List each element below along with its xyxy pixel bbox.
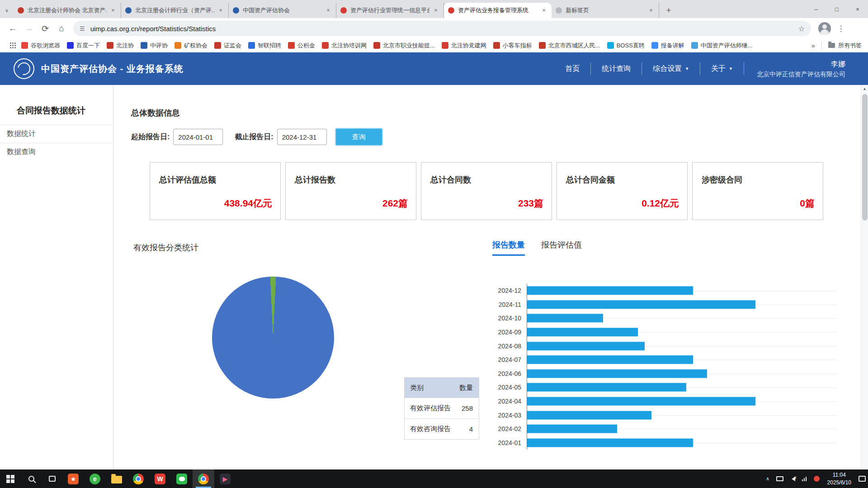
tab-close-icon[interactable]: × — [109, 7, 117, 14]
address-bar[interactable]: ☰ uimp.cas.org.cn/report/Statistics/Stat… — [73, 21, 811, 36]
wps-office-taskbar-icon[interactable]: W — [149, 469, 171, 488]
bookmarks-holder: 谷歌浏览器百度一下北注协中评协矿权协会证监会智联招聘公积金北注协培训网北京市职业… — [21, 42, 760, 50]
scrollbar-up-arrow-icon[interactable]: ▲ — [861, 85, 868, 92]
nav-item-about[interactable]: 关于▼ — [700, 52, 744, 85]
tab-list-chevron-icon[interactable]: ∨ — [0, 3, 14, 18]
sidebar: 合同报告数据统计 数据统计 数据查询 — [0, 85, 113, 469]
bookmark-item[interactable]: 中评协 — [141, 42, 168, 50]
tray-volume-button[interactable] — [786, 469, 798, 488]
forward-icon[interactable]: → — [21, 20, 37, 37]
start-button[interactable] — [0, 469, 21, 488]
action-center-button[interactable] — [856, 469, 868, 488]
bookmark-label: 矿权协会 — [184, 42, 208, 50]
browser-menu-icon[interactable]: ⋮ — [835, 24, 847, 33]
bar-row: 2024-11 — [436, 298, 837, 312]
bookmark-label: 北注协党建网 — [451, 42, 486, 50]
stat-card-value: 0.12亿元 — [642, 197, 679, 210]
app-header: 中国资产评估协会 - 业务报备系统 首页 统计查询 综合设置▼ 关于▼ 李娜 北… — [0, 52, 868, 85]
cas-logo-icon — [14, 58, 34, 79]
nav-item-home[interactable]: 首页 — [554, 52, 590, 85]
tab-report-value[interactable]: 报告评估值 — [541, 239, 582, 256]
taskbar-clock[interactable]: 11:04 2025/6/10 — [823, 471, 856, 487]
tab-close-icon[interactable]: × — [432, 7, 439, 14]
browser-tab[interactable]: 中国资产评估协会× — [229, 3, 336, 18]
all-bookmarks-button[interactable]: 所有书签 — [838, 42, 862, 50]
minimize-button[interactable]: – — [806, 0, 826, 18]
tab-close-icon[interactable]: × — [647, 7, 655, 14]
chrome-active-taskbar-icon[interactable] — [193, 469, 214, 488]
close-button[interactable]: × — [847, 0, 868, 18]
back-icon[interactable]: ← — [5, 20, 21, 37]
tray-display-button[interactable] — [774, 469, 786, 488]
browser-tab[interactable]: 新标签页× — [552, 3, 659, 18]
favorites-app-taskbar-icon[interactable]: ★ — [62, 469, 84, 488]
action-center-icon — [859, 476, 866, 482]
tab-report-count[interactable]: 报告数量 — [492, 239, 525, 256]
browser-tab[interactable]: 资产评估业务报备管理系统× — [444, 3, 552, 18]
apps-grid-icon[interactable] — [10, 42, 11, 44]
bookmark-item[interactable]: 北注协培训网 — [322, 42, 367, 50]
bar-category-label: 2024-01 — [436, 439, 527, 446]
sidebar-item-data-statistics[interactable]: 数据统计 — [0, 125, 113, 143]
start-date-input[interactable] — [173, 129, 223, 145]
browser-toolbar: ← → ⟳ ⌂ ☰ uimp.cas.org.cn/report/Statist… — [0, 18, 868, 39]
bookmark-item[interactable]: 智联招聘 — [248, 42, 281, 50]
chrome-taskbar-icon[interactable] — [127, 469, 149, 488]
scrollbar-thumb[interactable] — [862, 94, 868, 221]
tab-label: 中国资产评估协会 — [243, 6, 322, 14]
green-app-taskbar-icon[interactable]: e — [84, 469, 106, 488]
bookmarks-overflow-icon[interactable]: » — [811, 42, 815, 49]
bookmark-item[interactable]: 公积金 — [288, 42, 315, 50]
bookmark-favicon — [248, 42, 255, 49]
query-button[interactable]: 查询 — [335, 128, 383, 146]
tab-close-icon[interactable]: × — [217, 7, 224, 14]
bookmark-star-icon[interactable]: ☆ — [798, 24, 805, 33]
end-date-input[interactable] — [277, 129, 327, 145]
page-scrollbar[interactable]: ▲ — [861, 85, 868, 469]
tray-network-button[interactable] — [798, 469, 811, 488]
bookmark-item[interactable]: 北京市职业技能提... — [373, 42, 435, 50]
new-tab-button[interactable]: + — [662, 4, 675, 17]
bookmark-item[interactable]: 证监会 — [214, 42, 241, 50]
bookmark-label: BOSS直聘 — [617, 42, 645, 50]
profile-avatar[interactable] — [818, 22, 831, 35]
bar-track — [527, 353, 837, 367]
bar-track — [527, 408, 837, 422]
bookmark-favicon — [539, 42, 546, 49]
bookmark-item[interactable]: 百度一下 — [67, 42, 100, 50]
bar — [527, 425, 617, 433]
tab-close-icon[interactable]: × — [540, 7, 547, 14]
bookmark-item[interactable]: 北注协党建网 — [442, 42, 486, 50]
maximize-button[interactable]: □ — [826, 0, 847, 18]
home-icon[interactable]: ⌂ — [53, 20, 70, 37]
sidebar-item-data-query[interactable]: 数据查询 — [0, 143, 113, 161]
tray-security-button[interactable] — [811, 469, 823, 488]
bookmark-item[interactable]: 北京市西城区人民... — [539, 42, 600, 50]
nav-item-statistics[interactable]: 统计查询 — [591, 52, 642, 85]
user-block[interactable]: 李娜 北京中评正信资产评估有限公司 — [757, 59, 845, 79]
tab-close-icon[interactable]: × — [325, 7, 332, 14]
bookmark-item[interactable]: 北注协 — [107, 42, 134, 50]
bookmark-item[interactable]: BOSS直聘 — [607, 42, 645, 50]
browser-tab[interactable]: 北京注册会计师协会 北京资产...× — [14, 3, 121, 18]
bookmark-item[interactable]: 报备讲解 — [651, 42, 684, 50]
bookmark-item[interactable]: 矿权协会 — [175, 42, 208, 50]
url-text[interactable]: uimp.cas.org.cn/report/Statistics/Statis… — [90, 25, 798, 33]
wechat-taskbar-icon[interactable] — [171, 469, 193, 488]
bookmark-item[interactable]: 小客车指标 — [493, 42, 532, 50]
taskbar-search-button[interactable] — [21, 469, 42, 488]
browser-tab[interactable]: 北京注册会计师行业（资产评...× — [121, 3, 229, 18]
file-explorer-taskbar-icon[interactable] — [106, 469, 127, 488]
reload-icon[interactable]: ⟳ — [37, 20, 53, 37]
media-app-taskbar-icon[interactable]: ▶ — [214, 469, 236, 488]
task-view-button[interactable] — [42, 469, 62, 488]
tray-expand-button[interactable]: ∧ — [762, 469, 774, 488]
bar-row: 2024-02 — [436, 422, 837, 436]
browser-tab[interactable]: 资产评估行业管理统一信息平台× — [336, 3, 444, 18]
chart-tabs: 报告数量 报告评估值 — [492, 239, 582, 256]
site-info-icon[interactable]: ☰ — [80, 25, 85, 32]
bookmark-item[interactable]: 中国资产评估师继... — [691, 42, 753, 50]
nav-item-settings[interactable]: 综合设置▼ — [642, 52, 700, 85]
stat-card-label: 总计合同数 — [430, 174, 471, 185]
bookmark-item[interactable]: 谷歌浏览器 — [21, 42, 60, 50]
